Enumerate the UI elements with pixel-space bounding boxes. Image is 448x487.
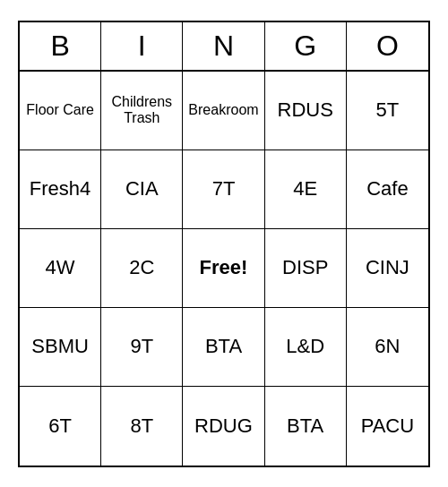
bingo-cell-6: CIA <box>101 150 183 229</box>
header-col-G: G <box>265 22 347 70</box>
bingo-cell-5: Fresh4 <box>20 150 101 229</box>
bingo-cell-20: 6T <box>20 387 101 466</box>
header-col-I: I <box>101 22 183 70</box>
header-col-O: O <box>347 22 428 70</box>
bingo-cell-19: 6N <box>347 308 428 387</box>
bingo-header: BINGO <box>20 22 428 72</box>
bingo-cell-4: 5T <box>347 72 428 150</box>
bingo-cell-2: Breakroom <box>183 72 264 150</box>
bingo-cell-0: Floor Care <box>20 72 101 150</box>
bingo-cell-18: L&D <box>265 308 347 387</box>
bingo-cell-1: Childrens Trash <box>101 72 183 150</box>
bingo-cell-9: Cafe <box>347 150 428 229</box>
bingo-cell-15: SBMU <box>20 308 101 387</box>
bingo-cell-10: 4W <box>20 229 101 308</box>
header-col-N: N <box>183 22 264 70</box>
bingo-cell-3: RDUS <box>265 72 347 150</box>
bingo-cell-14: CINJ <box>347 229 428 308</box>
bingo-grid: Floor CareChildrens TrashBreakroomRDUS5T… <box>20 72 428 466</box>
bingo-cell-24: PACU <box>347 387 428 466</box>
header-col-B: B <box>20 22 101 70</box>
bingo-cell-23: BTA <box>265 387 347 466</box>
bingo-card: BINGO Floor CareChildrens TrashBreakroom… <box>18 21 430 467</box>
bingo-cell-16: 9T <box>101 308 183 387</box>
bingo-cell-22: RDUG <box>183 387 264 466</box>
bingo-cell-7: 7T <box>183 150 264 229</box>
bingo-cell-8: 4E <box>265 150 347 229</box>
bingo-cell-12: Free! <box>183 229 264 308</box>
bingo-cell-21: 8T <box>101 387 183 466</box>
bingo-cell-11: 2C <box>101 229 183 308</box>
bingo-cell-13: DISP <box>265 229 347 308</box>
bingo-cell-17: BTA <box>183 308 264 387</box>
